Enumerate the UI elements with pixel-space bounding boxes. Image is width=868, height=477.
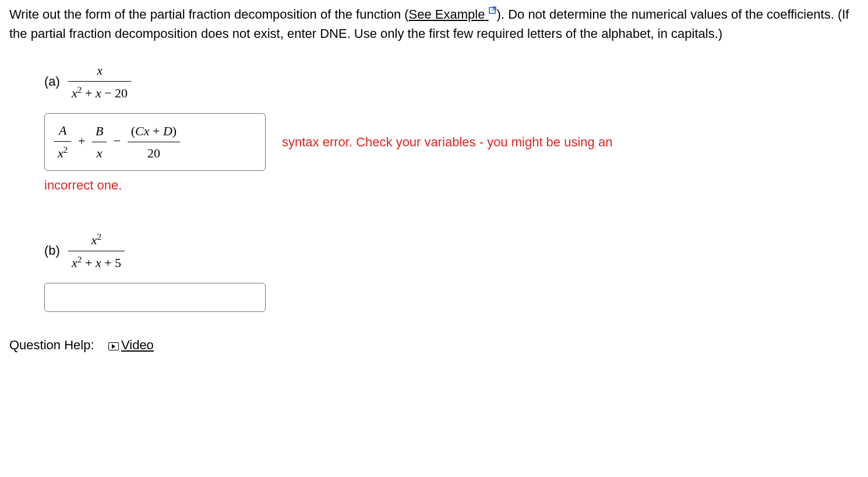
part-a-feedback-line1: syntax error. Check your variables - you… [282, 132, 612, 152]
answer-op2: − [110, 134, 124, 148]
part-a: (a) x x2 + x − 20 A x2 + B x − [9, 61, 859, 195]
part-b-denominator: x2 + x + 5 [72, 255, 121, 270]
question-help: Question Help: Video [9, 335, 859, 355]
answer-term1-num: A [54, 121, 71, 141]
question-prefix: Write out the form of the partial fracti… [9, 7, 409, 22]
answer-term2-den: x [92, 142, 107, 163]
answer-term2-num: B [92, 121, 107, 142]
answer-term3-num: (Cx + D) [128, 121, 180, 142]
part-a-denominator: x2 + x − 20 [72, 86, 128, 100]
part-a-numerator: x [97, 63, 103, 78]
video-link[interactable]: Video [108, 338, 154, 352]
see-example-link[interactable]: See Example [409, 7, 497, 22]
part-b-numerator: x2 [91, 233, 101, 247]
external-link-icon [489, 6, 497, 14]
question-prompt: Write out the form of the partial fracti… [9, 5, 859, 43]
video-icon [108, 342, 119, 350]
part-b-expression: (b) x2 x2 + x + 5 [44, 230, 859, 273]
answer-op1: + [75, 134, 89, 148]
question-help-label: Question Help: [9, 338, 94, 352]
answer-term3-den: 20 [128, 142, 180, 163]
part-b-label: (b) [44, 241, 60, 260]
part-a-answer-input[interactable]: A x2 + B x − (Cx + D) 20 [44, 113, 266, 170]
part-b-answer-input[interactable] [44, 283, 266, 312]
part-b: (b) x2 x2 + x + 5 [9, 230, 859, 313]
part-a-expression: (a) x x2 + x − 20 [44, 61, 859, 103]
answer-term1-den: x2 [54, 141, 71, 163]
part-a-label: (a) [44, 72, 60, 91]
part-a-feedback-line2: incorrect one. [44, 176, 859, 195]
